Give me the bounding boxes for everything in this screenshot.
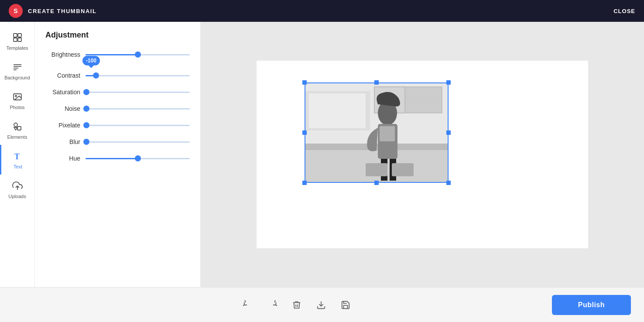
handle-top-left[interactable] xyxy=(302,80,307,85)
blur-track-fill xyxy=(86,141,190,143)
panel-title: Adjustment xyxy=(45,31,190,40)
hue-thumb[interactable] xyxy=(135,155,141,161)
handle-middle-left[interactable] xyxy=(302,130,307,135)
noise-track-fill xyxy=(86,108,190,110)
svg-marker-12 xyxy=(14,127,17,130)
handle-top-right[interactable] xyxy=(446,80,451,85)
icon-sidebar: Templates Background Phot xyxy=(0,22,35,287)
pixelate-row: Pixelate xyxy=(45,121,190,130)
brightness-track[interactable] xyxy=(86,50,190,59)
noise-label: Noise xyxy=(45,105,80,112)
svg-rect-0 xyxy=(14,34,17,37)
photos-label: Photos xyxy=(10,105,24,110)
contrast-track-fill: -100 xyxy=(86,75,190,76)
uploads-label: Uploads xyxy=(8,194,26,199)
contrast-label: Contrast xyxy=(45,72,80,79)
hue-track-fill xyxy=(86,158,190,159)
blur-row: Blur xyxy=(45,137,190,146)
brightness-track-fill xyxy=(86,54,190,55)
pixelate-label: Pixelate xyxy=(45,122,80,129)
close-button[interactable]: CLOSE xyxy=(613,8,635,14)
handle-top-center[interactable] xyxy=(374,80,379,85)
handle-bottom-left[interactable] xyxy=(302,181,307,185)
blur-label: Blur xyxy=(45,138,80,145)
handle-middle-right[interactable] xyxy=(446,130,451,135)
pixelate-track[interactable] xyxy=(86,121,190,130)
noise-track[interactable] xyxy=(86,104,190,113)
topbar-left: S CREATE THUMBNAIL xyxy=(9,4,96,18)
pixelate-track-fill xyxy=(86,125,190,126)
brightness-label: Brightness xyxy=(45,51,80,58)
delete-button[interactable] xyxy=(289,297,305,313)
app-title: CREATE THUMBNAIL xyxy=(28,8,96,14)
saturation-track[interactable] xyxy=(86,88,190,96)
saturation-label: Saturation xyxy=(45,89,80,96)
publish-button[interactable]: Publish xyxy=(552,295,631,315)
svg-point-9 xyxy=(15,96,17,97)
sidebar-item-text[interactable]: T Text xyxy=(0,145,34,175)
sidebar-item-background[interactable]: Background xyxy=(0,56,34,86)
contrast-row: Contrast -100 xyxy=(45,71,190,80)
svg-rect-1 xyxy=(18,34,21,37)
contrast-tooltip: -100 xyxy=(82,56,100,65)
contrast-thumb[interactable]: -100 xyxy=(93,72,99,79)
sidebar-item-elements[interactable]: Elements xyxy=(0,115,34,145)
elements-icon xyxy=(11,120,24,133)
brightness-row: Brightness xyxy=(45,50,190,59)
logo: S xyxy=(9,4,23,18)
canvas-area xyxy=(201,22,644,287)
noise-row: Noise xyxy=(45,104,190,113)
background-icon xyxy=(11,61,24,73)
svg-rect-3 xyxy=(18,38,21,41)
sidebar-item-photos[interactable]: Photos xyxy=(0,86,34,115)
hue-label: Hue xyxy=(45,155,80,162)
toolbar-icons xyxy=(240,297,353,313)
main-area: Templates Background Phot xyxy=(0,22,644,287)
canvas-bg[interactable] xyxy=(257,61,588,248)
redo-button[interactable] xyxy=(264,297,280,313)
background-label: Background xyxy=(4,75,30,80)
adjustment-panel: Adjustment Brightness Contrast -100 xyxy=(35,22,201,287)
hue-row: Hue xyxy=(45,154,190,163)
svg-rect-2 xyxy=(14,38,17,41)
blur-thumb[interactable] xyxy=(83,139,89,145)
selection-border xyxy=(305,82,449,183)
saturation-track-fill xyxy=(86,92,190,93)
saturation-row: Saturation xyxy=(45,88,190,96)
handle-bottom-center[interactable] xyxy=(374,181,379,185)
templates-icon xyxy=(11,31,24,44)
text-icon: T xyxy=(12,150,24,162)
contrast-track[interactable]: -100 xyxy=(86,71,190,80)
download-button[interactable] xyxy=(313,297,329,313)
blur-track[interactable] xyxy=(86,137,190,146)
sidebar-item-uploads[interactable]: Uploads xyxy=(0,175,34,204)
bottom-bar: Publish xyxy=(0,287,644,322)
elements-label: Elements xyxy=(7,134,27,140)
pixelate-thumb[interactable] xyxy=(83,122,89,128)
text-label: Text xyxy=(14,164,22,169)
noise-thumb[interactable] xyxy=(83,106,89,112)
saturation-thumb[interactable] xyxy=(83,89,89,95)
handle-bottom-right[interactable] xyxy=(446,181,451,185)
undo-button[interactable] xyxy=(240,297,256,313)
topbar: S CREATE THUMBNAIL CLOSE xyxy=(0,0,644,22)
svg-text:T: T xyxy=(14,152,20,161)
photos-icon xyxy=(11,91,24,103)
hue-track[interactable] xyxy=(86,154,190,163)
uploads-icon xyxy=(11,180,24,192)
sidebar-item-templates[interactable]: Templates xyxy=(0,26,34,56)
svg-point-10 xyxy=(14,123,17,127)
selected-image-wrapper[interactable] xyxy=(305,82,449,183)
save-button[interactable] xyxy=(338,297,353,313)
brightness-thumb[interactable] xyxy=(135,51,141,58)
templates-label: Templates xyxy=(6,45,28,51)
